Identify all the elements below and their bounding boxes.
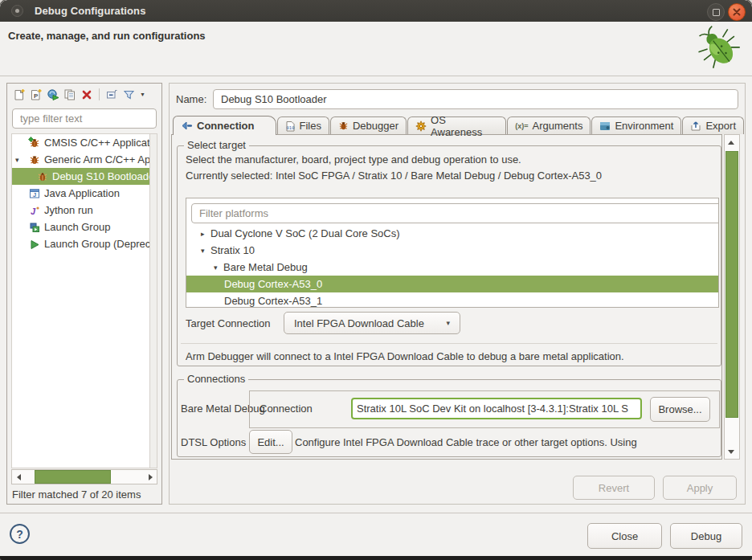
new-prototype-icon[interactable]: P bbox=[29, 88, 43, 101]
close-icon bbox=[733, 8, 741, 16]
export-configurations-icon[interactable] bbox=[46, 88, 60, 101]
scroll-right-arrow-icon[interactable] bbox=[144, 470, 157, 484]
maximize-button[interactable] bbox=[707, 3, 725, 21]
tab-export[interactable]: Export bbox=[682, 116, 744, 134]
delete-icon[interactable] bbox=[80, 88, 94, 101]
launch-group-icon bbox=[28, 221, 40, 233]
platform-item-bare-metal-debug[interactable]: ▾ Bare Metal Debug bbox=[186, 259, 718, 276]
app-icon bbox=[11, 5, 23, 17]
debug-configurations-dialog: Debug Configurations Create, manage, and… bbox=[0, 0, 752, 560]
configurations-sidebar: P ▼ bbox=[6, 83, 162, 505]
window-bottom-edge bbox=[0, 556, 752, 560]
browse-label: Browse... bbox=[658, 403, 701, 415]
dropdown-caret-icon: ▾ bbox=[446, 319, 450, 327]
window-title: Debug Configurations bbox=[35, 5, 146, 17]
tab-files[interactable]: 010 Files bbox=[277, 116, 329, 134]
tree-item-label: Launch Group (Deprecat bbox=[44, 238, 151, 250]
revert-label: Revert bbox=[599, 482, 629, 494]
svg-text:010: 010 bbox=[286, 125, 294, 130]
sidebar-filter-input[interactable] bbox=[12, 108, 157, 129]
scroll-up-arrow-icon[interactable] bbox=[725, 136, 738, 149]
svg-text:J: J bbox=[32, 191, 35, 198]
launch-deprecated-icon bbox=[28, 238, 40, 250]
svg-text:J: J bbox=[31, 206, 36, 215]
platform-label: Dual Cyclone V SoC (2 Dual Core SoCs) bbox=[210, 227, 400, 239]
editor-tabs: Connection 010 Files Debugger OS Awarene… bbox=[173, 116, 745, 134]
scroll-left-arrow-icon[interactable] bbox=[12, 470, 25, 484]
vertical-scroll-thumb[interactable] bbox=[725, 151, 738, 418]
toolbar-menu-arrow-icon[interactable]: ▼ bbox=[138, 92, 147, 97]
jython-icon: J bbox=[28, 204, 40, 216]
titlebar[interactable]: Debug Configurations bbox=[0, 0, 752, 22]
platform-item-stratix-10[interactable]: ▾ Stratix 10 bbox=[186, 242, 718, 259]
debug-bug-icon bbox=[696, 23, 742, 74]
browse-button[interactable]: Browse... bbox=[650, 397, 710, 422]
tree-item-cmsis[interactable]: CMSIS C/C++ Application bbox=[12, 134, 150, 151]
dtsl-note: Configure Intel FPGA Download Cable trac… bbox=[295, 436, 721, 448]
tree-item-debug-s10-selected[interactable]: Debug S10 Bootloader bbox=[12, 168, 150, 185]
name-label: Name: bbox=[176, 93, 213, 105]
help-button[interactable]: ? bbox=[10, 524, 30, 544]
platform-item-dual-cyclone[interactable]: ▸ Dual Cyclone V SoC (2 Dual Core SoCs) bbox=[186, 225, 718, 242]
tab-os-awareness[interactable]: OS Awareness bbox=[407, 116, 506, 134]
tree-vertical-scrollbar[interactable] bbox=[149, 133, 157, 468]
configuration-editor: Name: Connection 010 Files Debugger bbox=[169, 83, 746, 505]
group-divider bbox=[181, 343, 717, 344]
footer-divider bbox=[0, 513, 752, 513]
tab-connection[interactable]: Connection bbox=[173, 116, 276, 135]
tree-item-generic-arm[interactable]: ▾ Generic Arm C/C++ Appl bbox=[12, 151, 150, 168]
expanded-arrow-icon[interactable]: ▾ bbox=[214, 264, 223, 272]
apply-button[interactable]: Apply bbox=[663, 476, 737, 500]
dialog-subtitle: Create, manage, and run configurations bbox=[8, 30, 206, 42]
platform-filter-input[interactable] bbox=[191, 203, 719, 223]
gear-icon bbox=[415, 121, 427, 132]
tree-item-launch-group-deprecated[interactable]: Launch Group (Deprecat bbox=[12, 235, 150, 252]
content-vertical-scrollbar[interactable] bbox=[724, 134, 740, 460]
debugger-connection-note: Arm Debugger will connect to a Intel FPG… bbox=[186, 350, 624, 362]
tree-item-label: Jython run bbox=[44, 204, 93, 216]
arguments-icon: (x)= bbox=[515, 122, 528, 130]
horizontal-scroll-thumb[interactable] bbox=[35, 470, 111, 484]
target-description: Select the manufacturer, board, project … bbox=[186, 152, 602, 168]
tab-arguments[interactable]: (x)= Arguments bbox=[507, 116, 591, 134]
connection-label: Connection bbox=[260, 403, 313, 415]
expanded-arrow-icon[interactable]: ▾ bbox=[15, 156, 25, 164]
edit-dtsl-button[interactable]: Edit... bbox=[249, 430, 292, 454]
tab-debugger[interactable]: Debugger bbox=[330, 116, 407, 134]
tree-item-jython-run[interactable]: J Jython run bbox=[12, 202, 150, 219]
tree-item-label: Debug S10 Bootloader bbox=[52, 170, 151, 182]
connection-address-input[interactable] bbox=[351, 398, 642, 419]
tree-item-java-application[interactable]: J Java Application bbox=[12, 185, 150, 202]
name-input[interactable] bbox=[213, 89, 738, 109]
tree-item-label: Launch Group bbox=[44, 221, 110, 233]
collapsed-arrow-icon[interactable]: ▸ bbox=[201, 230, 210, 238]
tree-horizontal-scrollbar[interactable] bbox=[11, 469, 157, 484]
new-configuration-icon[interactable] bbox=[12, 88, 27, 101]
close-button[interactable]: Close bbox=[587, 523, 662, 549]
debug-button[interactable]: Debug bbox=[670, 523, 742, 549]
tab-environment[interactable]: Environment bbox=[591, 116, 681, 134]
tree-item-launch-group[interactable]: Launch Group bbox=[12, 219, 150, 235]
duplicate-icon[interactable] bbox=[63, 88, 77, 101]
platform-selector: ▸ Dual Cyclone V SoC (2 Dual Core SoCs) … bbox=[186, 198, 719, 308]
platform-item-debug-cortex-a53-0-selected[interactable]: Debug Cortex-A53_0 bbox=[186, 276, 718, 292]
tab-label: Debugger bbox=[353, 120, 398, 132]
connections-group: Connections Bare Metal Debug Connection … bbox=[177, 379, 721, 457]
tab-label: Export bbox=[705, 120, 736, 132]
help-icon: ? bbox=[16, 528, 23, 541]
tab-label: OS Awareness bbox=[431, 114, 498, 138]
scroll-down-arrow-icon[interactable] bbox=[725, 445, 738, 458]
target-connection-dropdown[interactable]: Intel FPGA Download Cable ▾ bbox=[284, 312, 460, 334]
expanded-arrow-icon[interactable]: ▾ bbox=[201, 247, 210, 255]
tab-label: Connection bbox=[197, 120, 255, 132]
connection-row: Connection Browse... bbox=[249, 390, 720, 428]
debug-label: Debug bbox=[691, 530, 721, 542]
collapse-all-icon[interactable] bbox=[104, 88, 119, 101]
revert-button[interactable]: Revert bbox=[573, 476, 655, 500]
sidebar-toolbar: P ▼ bbox=[7, 84, 161, 104]
platform-tree: ▸ Dual Cyclone V SoC (2 Dual Core SoCs) … bbox=[186, 225, 718, 308]
filter-icon[interactable] bbox=[121, 88, 136, 101]
platform-item-debug-cortex-a53-1[interactable]: Debug Cortex-A53_1 bbox=[186, 292, 718, 308]
close-label: Close bbox=[611, 530, 638, 542]
close-window-button[interactable] bbox=[728, 3, 746, 21]
